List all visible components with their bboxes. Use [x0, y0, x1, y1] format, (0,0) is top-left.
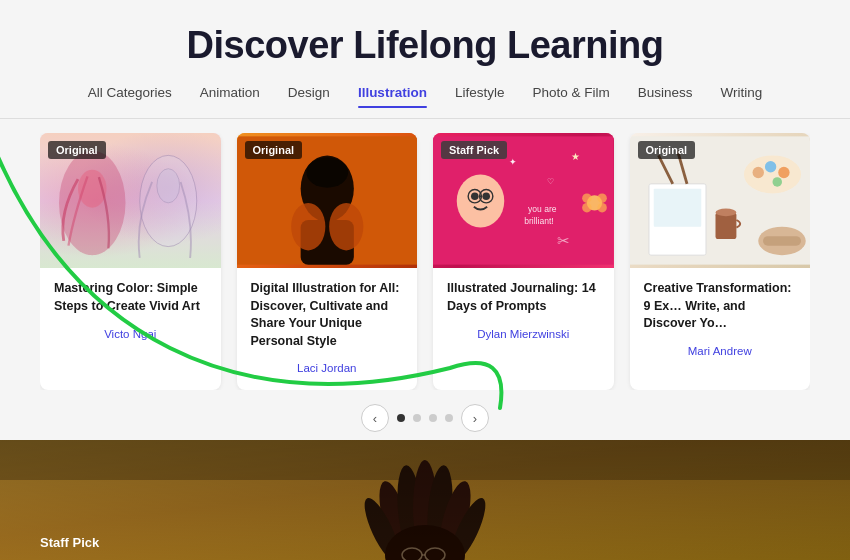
svg-rect-42	[0, 440, 850, 560]
svg-point-25	[597, 193, 607, 203]
card-4-image: Original	[630, 133, 811, 268]
card-2-author[interactable]: Laci Jordan	[251, 358, 404, 382]
svg-text:♡: ♡	[547, 177, 554, 186]
page-wrapper: Discover Lifelong Learning All Categorie…	[0, 0, 850, 560]
bottom-background-svg	[0, 440, 850, 560]
card-1-body: Mastering Color: Simple Steps to Create …	[40, 268, 221, 356]
card-1-badge: Original	[48, 141, 106, 159]
card-2-image: Original	[237, 133, 418, 268]
svg-point-45	[370, 550, 480, 560]
card-4-body: Creative Transformation: 9 Ex… Write, an…	[630, 268, 811, 373]
svg-rect-44	[0, 440, 850, 480]
nav-item-all-categories[interactable]: All Categories	[88, 85, 172, 108]
svg-rect-39	[763, 236, 801, 246]
nav-item-animation[interactable]: Animation	[200, 85, 260, 108]
svg-point-54	[402, 548, 422, 560]
card-1-title: Mastering Color: Simple Steps to Create …	[54, 280, 207, 316]
svg-point-24	[582, 193, 592, 203]
svg-point-9	[329, 203, 363, 251]
svg-point-49	[424, 464, 456, 556]
svg-rect-30	[653, 189, 701, 227]
card-2-body: Digital Illustration for All: Discover, …	[237, 268, 418, 390]
svg-text:★: ★	[571, 151, 580, 162]
svg-point-50	[433, 478, 477, 560]
page-title: Discover Lifelong Learning	[0, 24, 850, 67]
svg-point-46	[373, 478, 417, 560]
header: Discover Lifelong Learning All Categorie…	[0, 0, 850, 119]
svg-point-26	[582, 203, 592, 213]
page-dot-3[interactable]	[429, 414, 437, 422]
card-1[interactable]: Original Mastering Color: Simple Steps t…	[40, 133, 221, 390]
svg-point-31	[744, 155, 801, 193]
nav-item-business[interactable]: Business	[638, 85, 693, 108]
svg-point-3	[157, 169, 180, 203]
svg-point-52	[444, 494, 492, 560]
pagination: ‹ ›	[40, 390, 810, 440]
svg-point-55	[425, 548, 445, 560]
svg-point-48	[413, 460, 437, 556]
card-2[interactable]: Original Digital Illustration for All: D…	[237, 133, 418, 390]
card-2-title: Digital Illustration for All: Discover, …	[251, 280, 404, 350]
svg-point-47	[394, 464, 426, 556]
svg-point-27	[597, 203, 607, 213]
svg-point-32	[752, 167, 763, 178]
svg-point-34	[778, 167, 789, 178]
svg-text:you are: you are	[528, 204, 557, 214]
card-4[interactable]: Original Creative Transformation: 9 Ex… …	[630, 133, 811, 390]
svg-point-35	[772, 177, 782, 187]
svg-text:✂: ✂	[557, 232, 570, 249]
prev-button[interactable]: ‹	[361, 404, 389, 432]
nav-item-design[interactable]: Design	[288, 85, 330, 108]
svg-point-7	[306, 157, 348, 187]
card-3-badge: Staff Pick	[441, 141, 507, 159]
card-3-author[interactable]: Dylan Mierzwinski	[447, 324, 600, 348]
svg-text:✦: ✦	[509, 157, 517, 167]
page-dot-2[interactable]	[413, 414, 421, 422]
cards-row: Original Mastering Color: Simple Steps t…	[40, 133, 810, 390]
card-3[interactable]: ✦ ♡ ★ you are brilliant! ✂	[433, 133, 614, 390]
card-4-badge: Original	[638, 141, 696, 159]
cards-section: Original Mastering Color: Simple Steps t…	[0, 119, 850, 440]
svg-point-33	[764, 161, 775, 172]
svg-point-12	[471, 192, 479, 200]
bottom-section: Staff Pick	[0, 440, 850, 560]
card-2-badge: Original	[245, 141, 303, 159]
nav-item-lifestyle[interactable]: Lifestyle	[455, 85, 505, 108]
svg-rect-40	[715, 212, 736, 239]
svg-text:brilliant!: brilliant!	[524, 216, 553, 226]
page-dot-1[interactable]	[397, 414, 405, 422]
card-4-title: Creative Transformation: 9 Ex… Write, an…	[644, 280, 797, 333]
next-button[interactable]: ›	[461, 404, 489, 432]
nav-item-illustration[interactable]: Illustration	[358, 85, 427, 108]
svg-rect-43	[0, 440, 850, 560]
svg-point-51	[358, 494, 406, 560]
svg-point-8	[291, 203, 325, 251]
svg-point-41	[715, 209, 736, 217]
svg-point-11	[457, 174, 505, 227]
card-1-author[interactable]: Victo Ngai	[54, 324, 207, 348]
page-dot-4[interactable]	[445, 414, 453, 422]
category-nav: All Categories Animation Design Illustra…	[0, 85, 850, 118]
svg-point-13	[482, 192, 490, 200]
bottom-staff-pick-label: Staff Pick	[40, 535, 99, 550]
nav-item-writing[interactable]: Writing	[720, 85, 762, 108]
card-3-image: ✦ ♡ ★ you are brilliant! ✂	[433, 133, 614, 268]
nav-item-photo-film[interactable]: Photo & Film	[532, 85, 609, 108]
card-1-image: Original	[40, 133, 221, 268]
card-4-author[interactable]: Mari Andrew	[644, 341, 797, 365]
card-3-body: Illustrated Journaling: 14 Days of Promp…	[433, 268, 614, 356]
card-3-title: Illustrated Journaling: 14 Days of Promp…	[447, 280, 600, 316]
svg-point-53	[385, 525, 465, 560]
